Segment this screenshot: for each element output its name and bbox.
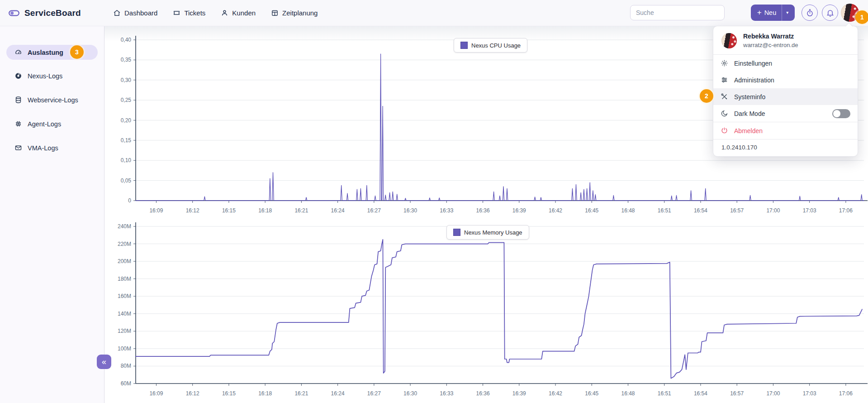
toggle-knob	[833, 110, 840, 117]
nav-dashboard[interactable]: Dashboard	[113, 9, 157, 17]
svg-text:16:36: 16:36	[476, 207, 490, 214]
nav-zeitplanung[interactable]: Zeitplanung	[271, 9, 318, 17]
dark-mode-toggle[interactable]	[832, 109, 850, 118]
power-icon	[721, 127, 728, 134]
top-bar: ServiceBoard Dashboard Tickets Kunden Ze…	[0, 0, 868, 26]
step-badge-1: 1	[855, 10, 868, 24]
gear-icon	[721, 59, 728, 67]
svg-text:16:33: 16:33	[440, 207, 453, 214]
nav-label: Kunden	[232, 9, 256, 17]
envelope-icon	[14, 144, 22, 152]
chevron-down-icon: ▾	[782, 5, 788, 21]
globe-icon	[14, 72, 22, 80]
plus-icon: +	[757, 8, 762, 17]
nav-tickets[interactable]: Tickets	[173, 9, 205, 17]
app-version: 1.0.2410.170	[713, 139, 858, 156]
svg-text:160M: 160M	[118, 293, 131, 299]
sidebar-item-webservice-logs[interactable]: Webservice-Logs	[6, 92, 98, 107]
svg-text:16:21: 16:21	[294, 207, 308, 214]
nav-label: Dashboard	[124, 9, 157, 17]
svg-text:16:33: 16:33	[440, 390, 453, 397]
svg-text:17:00: 17:00	[766, 390, 780, 397]
notifications-button[interactable]	[822, 5, 838, 21]
svg-text:16:21: 16:21	[294, 390, 308, 397]
svg-text:16:57: 16:57	[730, 207, 744, 214]
svg-text:180M: 180M	[118, 276, 131, 282]
svg-text:16:27: 16:27	[367, 207, 381, 214]
home-icon	[113, 9, 121, 17]
nav-label: Zeitplanung	[282, 9, 318, 17]
svg-text:16:57: 16:57	[730, 390, 744, 397]
svg-text:16:42: 16:42	[549, 207, 562, 214]
menu-item-dark-mode[interactable]: Dark Mode	[713, 105, 858, 122]
sidebar: Auslastung Nexus-Logs Webservice-Logs Ag…	[0, 26, 104, 403]
svg-text:140M: 140M	[118, 311, 131, 317]
sidebar-item-vma-logs[interactable]: VMA-Logs	[6, 140, 98, 155]
svg-text:0,25: 0,25	[121, 97, 132, 103]
menu-item-systeminfo[interactable]: Systeminfo	[713, 88, 858, 105]
avatar	[721, 33, 737, 48]
menu-item-abmelden[interactable]: Abmelden	[713, 122, 858, 139]
svg-text:16:54: 16:54	[694, 207, 707, 214]
menu-item-label: Systeminfo	[734, 93, 765, 101]
step-badge-2: 2	[700, 89, 713, 103]
legend-swatch-icon	[453, 229, 460, 236]
svg-text:16:12: 16:12	[186, 207, 199, 214]
user-menu-header: Rebekka Warratz warratz@c-entron.de	[713, 26, 858, 54]
database-icon	[14, 96, 22, 104]
svg-text:80M: 80M	[121, 363, 131, 369]
svg-text:16:36: 16:36	[476, 390, 490, 397]
sidebar-item-label: Auslastung	[28, 49, 63, 56]
main-nav: Dashboard Tickets Kunden Zeitplanung	[113, 0, 318, 26]
svg-text:16:09: 16:09	[149, 390, 163, 397]
person-icon	[221, 9, 228, 17]
svg-text:16:09: 16:09	[149, 207, 163, 214]
nav-kunden[interactable]: Kunden	[221, 9, 256, 17]
sidebar-item-agent-logs[interactable]: Agent-Logs	[6, 116, 98, 131]
sidebar-item-label: Nexus-Logs	[28, 72, 62, 80]
svg-text:0,30: 0,30	[121, 77, 132, 83]
svg-text:16:45: 16:45	[585, 390, 598, 397]
svg-text:200M: 200M	[118, 258, 131, 264]
svg-text:16:15: 16:15	[222, 390, 236, 397]
sidebar-collapse-button[interactable]: «	[97, 355, 111, 369]
svg-text:16:30: 16:30	[403, 390, 417, 397]
svg-text:16:18: 16:18	[258, 390, 272, 397]
svg-text:16:12: 16:12	[186, 390, 199, 397]
moon-icon	[721, 110, 728, 117]
menu-item-label: Dark Mode	[734, 110, 765, 117]
sidebar-item-label: VMA-Logs	[28, 144, 58, 152]
svg-text:120M: 120M	[118, 328, 131, 334]
search-input[interactable]	[630, 5, 725, 20]
new-button[interactable]: + Neu ▾	[751, 5, 795, 21]
svg-text:17:00: 17:00	[766, 207, 780, 214]
svg-text:17:06: 17:06	[839, 207, 853, 214]
svg-text:0,35: 0,35	[121, 57, 132, 63]
svg-text:16:54: 16:54	[694, 390, 707, 397]
svg-text:0: 0	[128, 197, 131, 204]
svg-text:16:24: 16:24	[331, 207, 345, 214]
menu-item-einstellungen[interactable]: Einstellungen	[713, 55, 858, 72]
legend-swatch-icon	[460, 42, 468, 49]
memory-chart-legend[interactable]: Nexus Memory Usage	[446, 225, 529, 240]
serviceboard-logo-icon	[8, 7, 20, 19]
step-badge-3: 3	[70, 45, 84, 59]
svg-text:240M: 240M	[118, 223, 131, 230]
svg-text:60M: 60M	[121, 380, 131, 387]
menu-item-administration[interactable]: Administration	[713, 72, 858, 88]
cpu-chart-legend[interactable]: Nexus CPU Usage	[454, 38, 527, 53]
timer-button[interactable]	[802, 5, 818, 21]
svg-text:16:45: 16:45	[585, 207, 598, 214]
menu-item-label: Administration	[734, 77, 774, 84]
ticket-icon	[173, 9, 180, 17]
svg-text:100M: 100M	[118, 345, 131, 352]
sidebar-item-label: Webservice-Logs	[28, 96, 78, 104]
sidebar-item-auslastung[interactable]: Auslastung	[6, 45, 98, 60]
sidebar-item-nexus-logs[interactable]: Nexus-Logs	[6, 68, 98, 83]
user-name: Rebekka Warratz	[743, 33, 798, 40]
new-button-label: Neu	[764, 9, 777, 16]
svg-text:16:30: 16:30	[403, 207, 417, 214]
gauge-icon	[14, 48, 22, 56]
menu-item-label: Abmelden	[734, 127, 763, 134]
nav-label: Tickets	[184, 9, 205, 17]
